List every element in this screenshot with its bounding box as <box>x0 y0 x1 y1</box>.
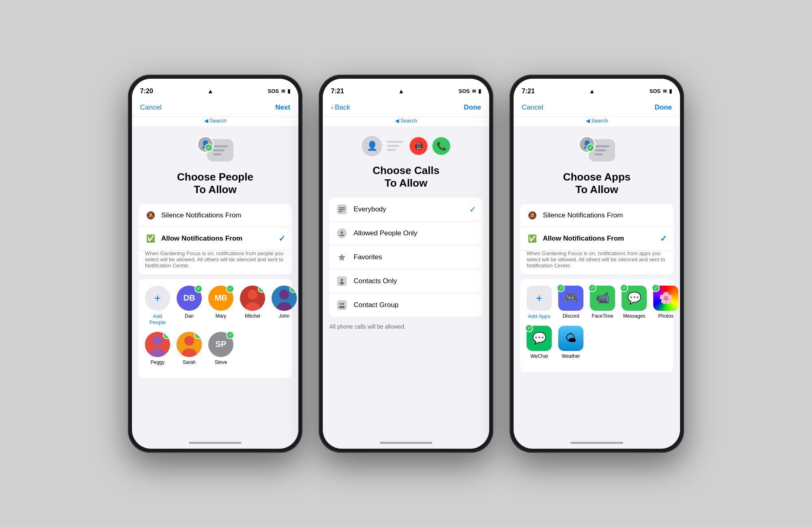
call-lines <box>387 141 403 151</box>
allowed-people-row[interactable]: Allowed People Only <box>329 222 483 245</box>
wifi-icon: ≋ <box>663 88 667 94</box>
done-button[interactable]: Done <box>655 103 672 112</box>
status-time: 7:20 <box>140 88 153 95</box>
silence-icon: 🔕 <box>145 210 156 221</box>
contact-group-row[interactable]: Contact Group <box>329 293 483 317</box>
status-right: SOS ≋ ▮ <box>268 88 290 94</box>
next-button[interactable]: Next <box>275 103 290 112</box>
person-dan[interactable]: DB ✓ Dan <box>177 286 202 325</box>
photos-item[interactable]: 🌸 ✓ Photos <box>653 286 678 319</box>
mitchel-name: Mitchel <box>245 313 260 319</box>
photos-name: Photos <box>658 313 673 319</box>
svg-rect-2 <box>339 209 345 210</box>
calls-footer-note: All phone calls will be allowed. <box>323 322 489 335</box>
discord-item[interactable]: 🎮 ✓ Discord <box>558 286 583 319</box>
call-line-3 <box>387 149 396 151</box>
favorites-row[interactable]: Favorites <box>329 245 483 269</box>
cancel-button[interactable]: Cancel <box>140 103 162 112</box>
messages-check: ✓ <box>620 284 628 292</box>
home-indicator <box>189 442 242 444</box>
person-circle-icon: 👤 ✓ <box>197 136 214 153</box>
msg-line-3 <box>595 153 603 155</box>
peggy-check: ✓ <box>163 332 170 339</box>
toggle-desc: When Gardening Focus is on, notification… <box>520 250 674 274</box>
person-john[interactable]: ✓ John <box>272 286 297 325</box>
person-mitchel[interactable]: ✓ Mitchel <box>240 286 265 325</box>
back-label: Back <box>335 103 350 112</box>
person-sarah[interactable]: ✓ Sarah <box>177 332 202 365</box>
weather-item[interactable]: 🌤 Weather <box>558 326 583 359</box>
people-grid: + Add People DB ✓ Dan MB ✓ <box>138 279 292 378</box>
header-icon-area: 👤 ✓ <box>514 126 680 171</box>
facetime-item[interactable]: 📹 ✓ FaceTime <box>590 286 615 319</box>
person-mary[interactable]: MB ✓ Mary <box>208 286 233 325</box>
messages-item[interactable]: 💬 ✓ Messages <box>622 286 647 319</box>
wechat-wrap: 💬 ✓ <box>527 326 552 351</box>
allow-icon: ✅ <box>527 233 538 244</box>
green-check-badge: ✓ <box>586 144 594 152</box>
battery-icon: ▮ <box>287 88 290 94</box>
search-hint: ◀ Search <box>323 117 489 126</box>
selected-check: ✓ <box>660 234 667 243</box>
screen-title: Choose PeopleTo Allow <box>132 171 298 204</box>
contact-group-icon <box>336 299 348 311</box>
apps-row-1: + Add Apps 🎮 ✓ Discord 📹 ✓ <box>527 286 667 319</box>
phone-1: 7:20 ▲ SOS ≋ ▮ Cancel Next ◀ Search <box>128 75 302 453</box>
allowed-people-icon <box>336 227 348 239</box>
location-icon: ▲ <box>398 88 404 95</box>
accept-call-icon: 📞 <box>432 137 450 155</box>
empty-slot-1 <box>240 332 259 365</box>
header-icon-area: 👤 ✓ <box>132 126 298 171</box>
cancel-button[interactable]: Cancel <box>522 103 543 112</box>
home-indicator <box>570 442 623 444</box>
peggy-avatar: ✓ <box>145 332 170 357</box>
message-lines <box>213 145 228 155</box>
search-hint: ◀ Search <box>132 117 298 126</box>
allow-label: Allow Notifications From <box>543 234 655 243</box>
silence-label: Silence Notifications From <box>543 211 667 219</box>
wifi-icon: ≋ <box>472 88 476 94</box>
add-apps-item[interactable]: + Add Apps <box>527 286 552 319</box>
phone-3-screen: 7:21 ▲ SOS ≋ ▮ Cancel Done ◀ Search <box>514 79 680 449</box>
screen-content: 👤 ✓ Choose PeopleTo Allow 🔕 Silence Noti… <box>132 126 298 378</box>
wechat-item[interactable]: 💬 ✓ WeChat <box>527 326 552 359</box>
svg-point-11 <box>340 303 342 305</box>
svg-rect-10 <box>337 300 347 310</box>
status-time: 7:21 <box>522 88 535 95</box>
msg-line-2 <box>213 149 225 151</box>
dan-avatar: DB ✓ <box>177 286 202 311</box>
person-peggy[interactable]: ✓ Peggy <box>145 332 170 365</box>
back-button[interactable]: ‹ Back <box>331 103 350 112</box>
silence-row[interactable]: 🔕 Silence Notifications From <box>138 204 292 227</box>
svg-point-12 <box>342 303 344 305</box>
apps-row-2: 💬 ✓ WeChat 🌤 Weather <box>527 326 667 359</box>
add-people-item[interactable]: + Add People <box>145 286 170 325</box>
screen-title: Choose AppsTo Allow <box>514 171 680 204</box>
facetime-name: FaceTime <box>592 313 613 319</box>
phone-3: 7:21 ▲ SOS ≋ ▮ Cancel Done ◀ Search <box>510 75 684 453</box>
contacts-only-row[interactable]: Contacts Only <box>329 269 483 293</box>
allow-icon: ✅ <box>145 233 156 244</box>
messages-name: Messages <box>623 313 646 319</box>
steve-name: Steve <box>215 359 227 365</box>
silence-row[interactable]: 🔕 Silence Notifications From <box>520 204 674 227</box>
peggy-name: Peggy <box>151 359 164 365</box>
discord-name: Discord <box>563 313 579 319</box>
done-button[interactable]: Done <box>464 103 482 112</box>
phone-2-screen: 7:21 ▲ SOS ≋ ▮ ‹ Back Done ◀ Search 👤 <box>323 79 489 449</box>
add-apps-btn: + <box>527 286 552 311</box>
location-icon: ▲ <box>207 88 214 95</box>
person-steve[interactable]: SP ✓ Steve <box>208 332 233 365</box>
sos-label: SOS <box>268 88 279 94</box>
msg-line-1 <box>595 145 609 147</box>
everybody-row[interactable]: Everybody ✓ <box>329 198 483 222</box>
everybody-label: Everybody <box>354 205 464 213</box>
mitchel-avatar: ✓ <box>240 286 265 311</box>
allow-row[interactable]: ✅ Allow Notifications From ✓ <box>138 227 292 250</box>
status-right: SOS ≋ ▮ <box>650 88 672 94</box>
calls-list: Everybody ✓ Allowed People Only <box>329 198 483 317</box>
photos-wrap: 🌸 ✓ <box>653 286 678 311</box>
allow-row[interactable]: ✅ Allow Notifications From ✓ <box>520 227 674 250</box>
allowed-people-label: Allowed People Only <box>354 229 476 237</box>
call-person-icon: 👤 <box>362 136 382 156</box>
